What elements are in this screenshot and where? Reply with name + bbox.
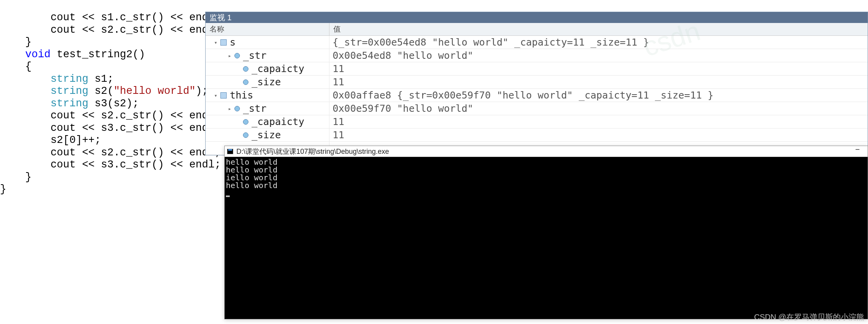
watch-variable-name: _str: [243, 50, 266, 61]
watch-variable-name: _size: [252, 76, 281, 88]
watch-variable-value: 11: [329, 76, 868, 88]
watch-name-cell[interactable]: ▾this: [206, 89, 329, 102]
code-line[interactable]: void test_string2(): [0, 49, 204, 61]
watch-row[interactable]: ▸_str0x00e59f70 "hello world": [206, 102, 868, 115]
console-title-text: D:\课堂代码\就业课107期\string\Debug\string.exe: [236, 147, 389, 156]
code-line[interactable]: string s1;: [0, 73, 204, 86]
code-line[interactable]: }: [0, 171, 204, 184]
footer-watermark: CSDN @在罗马弹贝斯的小浣熊: [754, 312, 864, 322]
watch-row[interactable]: ▾this0x00affae8 {_str=0x00e59f70 "hello …: [206, 89, 868, 102]
watch-name-cell[interactable]: ▸_str: [206, 49, 329, 62]
field-icon: [234, 106, 240, 111]
chevron-right-icon[interactable]: ▸: [227, 106, 232, 111]
watch-name-cell[interactable]: _capaicty: [206, 62, 329, 75]
field-icon: [243, 66, 248, 72]
expander-spacer: [236, 132, 241, 138]
watch-row[interactable]: _capaicty11: [206, 62, 868, 76]
expander-spacer: [236, 79, 241, 85]
code-line[interactable]: {: [0, 61, 204, 73]
code-line[interactable]: cout << s1.c_str() << endl;: [0, 12, 204, 24]
watch-variable-value: 0x00affae8 {_str=0x00e59f70 "hello world…: [329, 90, 868, 101]
chevron-down-icon[interactable]: ▾: [213, 40, 218, 45]
watch-variable-name: s: [230, 37, 236, 48]
watch-name-cell[interactable]: _capaicty: [206, 115, 329, 128]
chevron-right-icon[interactable]: ▸: [227, 53, 232, 58]
code-line[interactable]: cout << s2.c_str() << endl;: [0, 24, 204, 37]
watch-name-cell[interactable]: ▾s: [206, 36, 329, 49]
struct-icon: [220, 92, 227, 99]
watch-rows: ▾s{_str=0x00e54ed8 "hello world" _capaic…: [206, 36, 868, 155]
watch-row[interactable]: _capaicty11: [206, 115, 868, 129]
watch-column-header: 名称 值: [206, 23, 868, 36]
watch-variable-name: _capaicty: [252, 63, 304, 74]
watch-variable-name: this: [230, 90, 253, 101]
minimize-button[interactable]: －: [850, 148, 865, 155]
watch-window: 监视 1 名称 值 ▾s{_str=0x00e54ed8 "hello worl…: [205, 12, 868, 155]
struct-icon: [220, 39, 227, 46]
code-line[interactable]: cout << s2.c_str() << endl;: [0, 110, 204, 122]
console-app-icon: [227, 149, 233, 154]
code-editor-pane: cout << s1.c_str() << endl; cout << s2.c…: [0, 0, 204, 324]
field-icon: [243, 119, 248, 125]
code-line[interactable]: string s2("hello world");: [0, 85, 204, 98]
field-icon: [243, 79, 248, 85]
chevron-down-icon[interactable]: ▾: [213, 93, 218, 98]
code-line[interactable]: cout << s2.c_str() << endl;: [0, 147, 204, 159]
watch-variable-value: 0x00e59f70 "hello world": [329, 103, 868, 114]
watch-variable-value: 11: [329, 116, 868, 127]
watch-name-cell[interactable]: ▸_str: [206, 102, 329, 115]
watch-header-value[interactable]: 值: [329, 23, 868, 35]
watch-row[interactable]: _size11: [206, 129, 868, 142]
console-window: D:\课堂代码\就业课107期\string\Debug\string.exe …: [224, 146, 868, 319]
watch-variable-value: 11: [329, 63, 868, 74]
expander-spacer: [236, 119, 241, 125]
watch-variable-name: _str: [243, 103, 266, 114]
expander-spacer: [236, 66, 241, 72]
console-cursor: [226, 195, 230, 197]
code-line[interactable]: }: [0, 36, 204, 49]
watch-variable-value: 0x00e54ed8 "hello world": [329, 50, 868, 61]
code-line[interactable]: }: [0, 183, 204, 196]
watch-name-cell[interactable]: _size: [206, 76, 329, 88]
watch-variable-name: _capaicty: [252, 116, 304, 127]
watch-name-cell[interactable]: _size: [206, 129, 329, 141]
field-icon: [243, 132, 248, 138]
watch-row[interactable]: _size11: [206, 76, 868, 89]
console-output[interactable]: hello world hello world iello world hell…: [225, 157, 868, 319]
watch-variable-value: 11: [329, 129, 868, 141]
code-line[interactable]: s2[0]++;: [0, 134, 204, 147]
field-icon: [234, 53, 240, 58]
watch-header-name[interactable]: 名称: [206, 23, 329, 35]
code-line[interactable]: cout << s3.c_str() << endl;: [0, 122, 204, 135]
watch-row[interactable]: ▸_str0x00e54ed8 "hello world": [206, 49, 868, 62]
code-line[interactable]: string s3(s2);: [0, 98, 204, 110]
console-titlebar[interactable]: D:\课堂代码\就业课107期\string\Debug\string.exe …: [225, 146, 868, 157]
watch-row[interactable]: ▾s{_str=0x00e54ed8 "hello world" _capaic…: [206, 36, 868, 49]
code-line[interactable]: cout << s3.c_str() << endl;: [0, 159, 204, 171]
watch-variable-name: _size: [252, 129, 281, 141]
watch-variable-value: {_str=0x00e54ed8 "hello world" _capaicty…: [329, 37, 868, 48]
watch-window-title[interactable]: 监视 1: [206, 12, 868, 23]
